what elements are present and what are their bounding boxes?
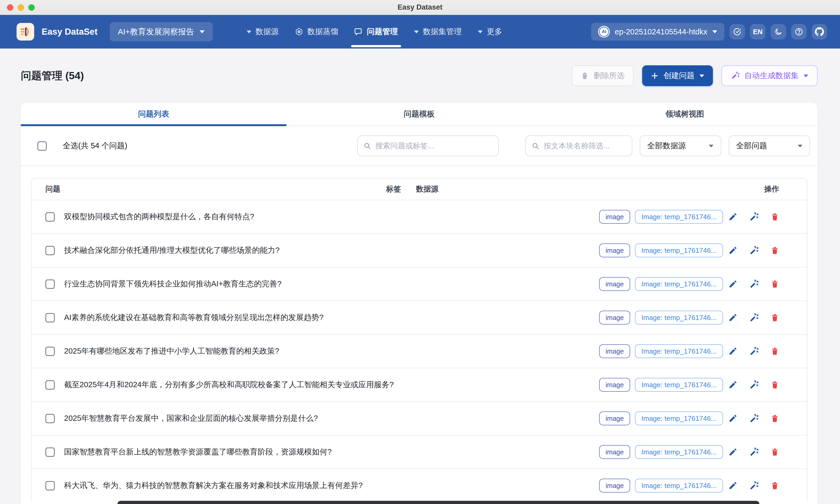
generate-dataset-button[interactable] [749, 447, 759, 457]
row-checkbox[interactable] [46, 448, 55, 457]
header-source: 数据源 [416, 184, 439, 194]
source-chip-label: Image: temp_1761746... [641, 381, 717, 389]
edit-question-button[interactable] [728, 313, 737, 322]
generate-dataset-button[interactable] [749, 313, 759, 322]
edit-question-button[interactable] [728, 414, 737, 423]
row-checkbox[interactable] [46, 380, 55, 390]
nav-item-distillation[interactable]: 数据蒸馏 [287, 15, 346, 49]
question-text: 2025年有哪些地区发布了推进中小学人工智能教育的相关政策? [64, 346, 590, 357]
project-id-selector[interactable]: AI ep-20251024105544-htdkx [591, 23, 724, 40]
tag-chip-label: image [605, 280, 624, 288]
search-question-input[interactable] [357, 136, 499, 156]
source-chip-label: Image: temp_1761746... [641, 313, 717, 322]
delete-question-button[interactable] [771, 481, 779, 490]
github-button[interactable] [812, 24, 827, 39]
source-chip[interactable]: Image: temp_1761746... [635, 344, 723, 358]
language-button[interactable]: EN [750, 24, 766, 39]
generate-dataset-button[interactable] [749, 380, 759, 390]
question-text: 行业生态协同背景下领先科技企业如何推动AI+教育生态的完善? [64, 279, 590, 289]
pencil-icon [728, 246, 737, 255]
nav-item-label: 数据蒸馏 [307, 26, 338, 37]
help-button[interactable] [791, 24, 807, 39]
theme-toggle-button[interactable] [771, 24, 786, 39]
nav-item-datasets[interactable]: 数据集管理 [406, 15, 470, 49]
nav-item-questions[interactable]: 问题管理 [346, 15, 406, 49]
trash-icon [581, 72, 589, 80]
edit-question-button[interactable] [728, 481, 737, 490]
pencil-icon [728, 481, 737, 490]
source-chip[interactable]: Image: temp_1761746... [635, 244, 723, 257]
source-chip[interactable]: Image: temp_1761746... [635, 378, 723, 392]
source-chip[interactable]: Image: temp_1761746... [635, 277, 723, 291]
row-checkbox[interactable] [46, 313, 55, 322]
datasource-select[interactable]: 全部数据源 [640, 136, 721, 156]
edit-question-button[interactable] [728, 280, 737, 289]
question-text: AI素养的系统化建设在基础教育和高等教育领域分别呈现出怎样的发展趋势? [64, 312, 590, 323]
question-filter-select[interactable]: 全部问题 [728, 136, 810, 156]
auto-generate-dataset-button[interactable]: 自动生成数据集 [721, 65, 818, 86]
source-chip[interactable]: Image: temp_1761746... [635, 479, 723, 492]
delete-question-button[interactable] [771, 280, 779, 288]
tag-chip[interactable]: image [599, 378, 630, 392]
generate-dataset-button[interactable] [749, 481, 759, 490]
source-chip[interactable]: Image: temp_1761746... [635, 445, 723, 459]
select-all-checkbox[interactable] [37, 141, 47, 151]
row-checkbox[interactable] [46, 212, 55, 221]
edit-question-button[interactable] [728, 380, 737, 389]
table-row: 双模型协同模式包含的两种模型是什么，各自有何特点? image Image: t… [32, 200, 807, 233]
active-tab-underline [21, 124, 287, 126]
row-checkbox[interactable] [46, 481, 55, 490]
select-all-label: 全选(共 54 个问题) [63, 141, 127, 151]
tag-chip[interactable]: image [599, 210, 630, 224]
nav-item-more[interactable]: 更多 [470, 15, 510, 49]
edit-question-button[interactable] [728, 212, 737, 221]
generate-dataset-button[interactable] [749, 346, 759, 356]
generate-dataset-button[interactable] [749, 414, 759, 423]
tag-chip[interactable]: image [599, 412, 630, 425]
source-chip[interactable]: Image: temp_1761746... [635, 412, 723, 425]
zoom-window-button[interactable] [28, 4, 35, 11]
delete-selected-button[interactable]: 删除所选 [572, 65, 634, 86]
tag-chip-label: image [605, 482, 624, 490]
tag-chip[interactable]: image [599, 244, 630, 257]
row-checkbox[interactable] [46, 347, 55, 356]
delete-question-button[interactable] [771, 380, 779, 389]
generate-dataset-button[interactable] [749, 279, 759, 289]
delete-question-button[interactable] [771, 414, 779, 423]
minimize-window-button[interactable] [18, 4, 24, 11]
row-checkbox[interactable] [46, 280, 55, 289]
edit-question-button[interactable] [728, 448, 737, 456]
create-question-button[interactable]: 创建问题 [642, 65, 713, 86]
edit-question-button[interactable] [728, 347, 737, 356]
delete-question-button[interactable] [771, 347, 779, 356]
row-checkbox[interactable] [46, 246, 55, 255]
nav-item-datasource[interactable]: 数据源 [238, 15, 287, 49]
table-row: 行业生态协同背景下领先科技企业如何推动AI+教育生态的完善? image Ima… [32, 267, 807, 301]
tasks-button[interactable] [730, 24, 745, 39]
magic-wand-icon [749, 212, 759, 221]
tag-chip[interactable]: image [599, 344, 630, 358]
source-chip[interactable]: Image: temp_1761746... [635, 311, 723, 325]
delete-question-button[interactable] [771, 213, 779, 221]
generate-dataset-button[interactable] [749, 212, 759, 221]
generate-dataset-button[interactable] [749, 246, 759, 255]
project-selector[interactable]: AI+教育发展洞察报告 [110, 22, 213, 41]
tag-chip[interactable]: image [599, 311, 630, 325]
tab-question-templates[interactable]: 问题模板 [287, 103, 552, 126]
tab-question-list[interactable]: 问题列表 [21, 103, 287, 126]
magic-wand-icon [749, 380, 759, 390]
source-chip[interactable]: Image: temp_1761746... [635, 210, 723, 224]
chunk-filter-input[interactable] [526, 136, 632, 156]
nav-item-label: 更多 [487, 26, 502, 37]
delete-question-button[interactable] [771, 246, 779, 255]
tag-chip[interactable]: image [599, 277, 630, 291]
row-checkbox[interactable] [46, 414, 55, 423]
tab-domain-tree[interactable]: 领域树视图 [552, 103, 818, 126]
edit-question-button[interactable] [728, 246, 737, 255]
delete-question-button[interactable] [771, 448, 779, 456]
source-chip-label: Image: temp_1761746... [641, 247, 717, 255]
tag-chip[interactable]: image [599, 445, 630, 459]
close-window-button[interactable] [7, 4, 13, 11]
tag-chip[interactable]: image [599, 479, 630, 492]
delete-question-button[interactable] [771, 313, 779, 322]
